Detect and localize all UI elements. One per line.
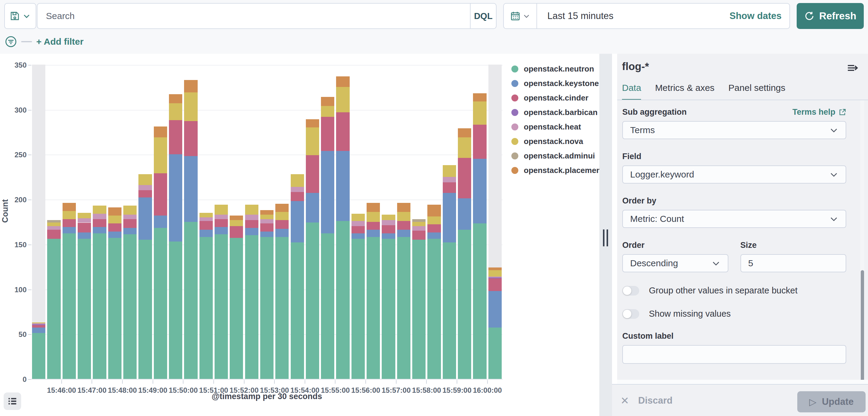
- bar-segment[interactable]: [184, 92, 197, 121]
- bar-segment[interactable]: [306, 128, 319, 155]
- bar-segment[interactable]: [351, 226, 365, 233]
- bar-segment[interactable]: [397, 230, 410, 237]
- bar-segment[interactable]: [367, 237, 380, 379]
- bar-segment[interactable]: [351, 233, 365, 239]
- bar-segment[interactable]: [412, 226, 426, 231]
- bar-segment[interactable]: [336, 112, 349, 151]
- bar-segment[interactable]: [397, 221, 410, 230]
- tab-metrics-axes[interactable]: Metrics & axes: [655, 83, 714, 101]
- bar-segment[interactable]: [245, 205, 258, 215]
- bar-segment[interactable]: [473, 93, 486, 101]
- bar-segment[interactable]: [321, 97, 334, 106]
- bar-segment[interactable]: [397, 203, 410, 212]
- bar-segment[interactable]: [412, 222, 426, 227]
- bar-segment[interactable]: [382, 239, 395, 379]
- bar-segment[interactable]: [215, 205, 228, 215]
- collapse-panel-icon[interactable]: [846, 62, 859, 74]
- bar-segment[interactable]: [275, 229, 289, 237]
- bar-segment[interactable]: [427, 224, 441, 233]
- bar-segment[interactable]: [473, 125, 486, 159]
- bar-segment[interactable]: [199, 213, 213, 217]
- bar-segment[interactable]: [382, 215, 395, 220]
- editor-scrollbar-thumb[interactable]: [861, 270, 864, 392]
- bar-segment[interactable]: [275, 220, 289, 229]
- date-picker-button[interactable]: [504, 4, 537, 28]
- bar-segment[interactable]: [215, 215, 228, 219]
- bar-segment[interactable]: [397, 212, 410, 221]
- bar-segment[interactable]: [275, 212, 289, 220]
- bar-segment[interactable]: [260, 219, 274, 224]
- bar-segment[interactable]: [351, 221, 365, 227]
- bar-segment[interactable]: [427, 216, 441, 224]
- bar-segment[interactable]: [306, 222, 319, 379]
- bar-segment[interactable]: [199, 237, 213, 379]
- bar-segment[interactable]: [412, 240, 426, 379]
- bar-segment[interactable]: [230, 238, 243, 379]
- bar-segment[interactable]: [473, 159, 486, 223]
- legend-item[interactable]: openstack.keystone: [512, 76, 603, 91]
- bar-segment[interactable]: [458, 128, 471, 137]
- bar-segment[interactable]: [78, 223, 91, 233]
- bar-segment[interactable]: [169, 103, 182, 120]
- bar-segment[interactable]: [184, 156, 197, 221]
- bar-segment[interactable]: [245, 220, 258, 228]
- bar-segment[interactable]: [488, 291, 502, 328]
- update-button[interactable]: ▷ Update: [797, 391, 866, 412]
- bar-segment[interactable]: [275, 204, 289, 212]
- add-filter-link[interactable]: + Add filter: [36, 37, 84, 47]
- bar-segment[interactable]: [245, 235, 258, 379]
- bar-segment[interactable]: [78, 239, 91, 379]
- bar-segment[interactable]: [427, 205, 441, 216]
- bar-segment[interactable]: [47, 239, 60, 379]
- bar-segment[interactable]: [78, 233, 91, 239]
- bar-segment[interactable]: [154, 228, 167, 379]
- bar-segment[interactable]: [245, 228, 258, 235]
- show-dates-link[interactable]: Show dates: [730, 10, 789, 22]
- custom-label-input[interactable]: [622, 345, 846, 364]
- refresh-button[interactable]: Refresh: [797, 3, 864, 29]
- bar-segment[interactable]: [47, 220, 60, 223]
- bar-segment[interactable]: [93, 219, 106, 227]
- bar-segment[interactable]: [93, 227, 106, 233]
- bar-segment[interactable]: [199, 221, 213, 230]
- bar-segment[interactable]: [184, 121, 197, 156]
- bar-segment[interactable]: [427, 233, 441, 239]
- bar-segment[interactable]: [154, 173, 167, 215]
- bar-segment[interactable]: [78, 218, 91, 223]
- sub-aggregation-select[interactable]: Terms: [622, 121, 846, 139]
- bar-segment[interactable]: [336, 76, 349, 87]
- bar-segment[interactable]: [230, 215, 243, 220]
- bar-segment[interactable]: [154, 215, 167, 228]
- bar-segment[interactable]: [488, 277, 502, 278]
- bar-segment[interactable]: [488, 327, 502, 379]
- bar-segment[interactable]: [123, 228, 136, 234]
- legend-item[interactable]: openstack.neutron: [512, 62, 603, 76]
- bar-segment[interactable]: [215, 227, 228, 234]
- search-input[interactable]: [37, 4, 470, 28]
- tab-data[interactable]: Data: [622, 83, 641, 101]
- bar-segment[interactable]: [245, 215, 258, 220]
- bar-segment[interactable]: [291, 174, 304, 187]
- bar-segment[interactable]: [291, 201, 304, 242]
- bar-segment[interactable]: [443, 177, 456, 182]
- bar-segment[interactable]: [367, 230, 380, 237]
- bar-segment[interactable]: [291, 242, 304, 379]
- bar-segment[interactable]: [169, 154, 182, 242]
- bar-segment[interactable]: [47, 226, 60, 230]
- bar-segment[interactable]: [321, 151, 334, 234]
- bar-segment[interactable]: [427, 239, 441, 379]
- terms-help-link[interactable]: Terms help: [793, 107, 846, 117]
- bar-segment[interactable]: [63, 211, 76, 219]
- bar-segment[interactable]: [138, 185, 152, 190]
- bar-segment[interactable]: [32, 333, 45, 379]
- bar-segment[interactable]: [123, 219, 136, 228]
- bar-segment[interactable]: [351, 239, 365, 379]
- field-select[interactable]: Logger.keyword: [622, 166, 846, 183]
- bar-segment[interactable]: [230, 220, 243, 227]
- bar-segment[interactable]: [260, 210, 274, 215]
- bar-segment[interactable]: [184, 80, 197, 93]
- bar-segment[interactable]: [306, 193, 319, 222]
- bar-segment[interactable]: [32, 323, 45, 324]
- bar-segment[interactable]: [382, 233, 395, 239]
- panel-resizer-handle[interactable]: [599, 54, 612, 416]
